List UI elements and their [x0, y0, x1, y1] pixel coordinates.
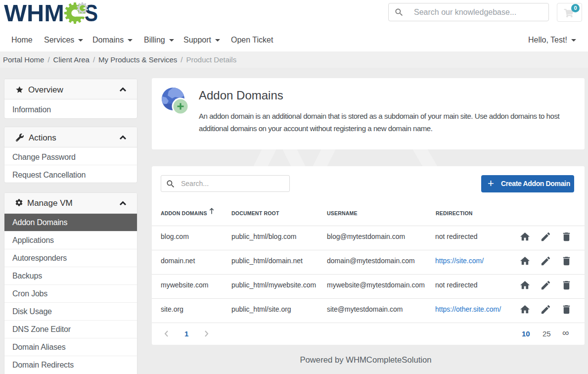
svg-text:WHM: WHM: [4, 0, 64, 26]
svg-text:S: S: [85, 0, 98, 26]
